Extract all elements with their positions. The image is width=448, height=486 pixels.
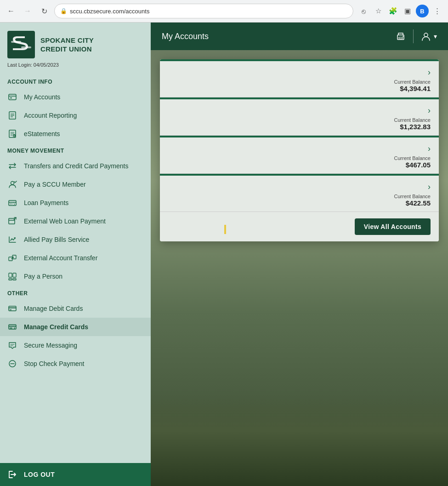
sidebar-item-pay-person-label: Pay a Person (24, 272, 62, 280)
menu-button[interactable]: ⋮ (431, 5, 443, 17)
forward-button[interactable]: → (21, 5, 34, 17)
sidebar-item-transfers-cc[interactable]: Transfers and Credit Card Payments (0, 157, 151, 175)
account-balance-section: › Current Balance $4,394.41 (394, 68, 431, 92)
address-bar[interactable]: 🔒 sccu.cbzsecure.com/accounts (54, 4, 353, 18)
account-row[interactable]: › Current Balance $1,232.83 (160, 97, 439, 136)
accounts-panel: › Current Balance $4,394.41 › C (160, 59, 439, 241)
sidebar-item-pay-person[interactable]: Pay a Person (0, 267, 151, 286)
pay-member-icon (7, 179, 17, 189)
header-divider (413, 29, 414, 43)
account-reporting-icon (7, 110, 17, 120)
balance-amount: $4,394.41 (400, 85, 431, 92)
profile-avatar[interactable]: B (416, 5, 429, 17)
print-icon[interactable] (396, 31, 406, 41)
logout-label: LOG OUT (24, 471, 55, 478)
account-row-inner: › Current Balance $1,232.83 (160, 99, 439, 135)
balance-amount: $1,232.83 (400, 123, 431, 131)
top-header: My Accounts ▾ (151, 23, 448, 50)
sidebar-item-estatements[interactable]: $ eStatements (0, 125, 151, 143)
share-button[interactable]: ⎋ (357, 5, 370, 17)
chevron-down-icon: ▾ (434, 33, 437, 40)
sidebar-item-pay-member-label: Pay a SCCU Member (24, 180, 86, 189)
svg-point-16 (11, 204, 12, 205)
sidebar-item-my-accounts-label: My Accounts (24, 93, 60, 101)
sidebar-item-loan-payments[interactable]: Loan Payments (0, 194, 151, 212)
loan-payments-icon (7, 198, 17, 208)
chevron-right-icon: › (428, 106, 431, 115)
svg-rect-32 (14, 328, 15, 329)
lock-icon: 🔒 (60, 8, 67, 14)
sidebar-item-allied-pay-label: Allied Pay Bills Service (24, 235, 89, 244)
sidebar-item-external-web-loan[interactable]: External Web Loan Payment (0, 212, 151, 230)
sidebar-item-account-reporting[interactable]: Account Reporting (0, 106, 151, 125)
browser-chrome: ← → ↻ 🔒 sccu.cbzsecure.com/accounts ⎋ ☆ … (0, 0, 448, 23)
sidebar-item-estatements-label: eStatements (24, 130, 60, 138)
sidebar-item-manage-credit[interactable]: Manage Credit Cards (0, 318, 151, 336)
svg-rect-28 (10, 309, 11, 310)
svg-rect-5 (10, 97, 12, 98)
sidebar-item-external-account-transfer[interactable]: External Account Transfer (0, 249, 151, 267)
chevron-right-icon: › (428, 68, 431, 77)
page-title: My Accounts (162, 32, 209, 41)
back-button[interactable]: ← (5, 5, 17, 17)
svg-rect-24 (13, 273, 16, 277)
svg-rect-23 (9, 279, 12, 280)
external-transfer-icon (7, 253, 17, 263)
user-menu[interactable]: ▾ (421, 31, 437, 41)
section-header-money-movement: MONEY MOVEMENT (0, 143, 151, 157)
logout-button[interactable]: LOG OUT (0, 463, 151, 486)
sidebar-item-external-web-loan-label: External Web Loan Payment (24, 217, 106, 225)
my-accounts-icon (7, 92, 17, 102)
account-row[interactable]: › Current Balance $467.05 (160, 136, 439, 174)
sidebar-item-secure-messaging[interactable]: Secure Messaging (0, 336, 151, 354)
manage-debit-icon (7, 303, 17, 314)
logout-icon (7, 469, 17, 480)
browser-toolbar: ← → ↻ 🔒 sccu.cbzsecure.com/accounts ⎋ ☆ … (0, 0, 448, 22)
sidebar-item-stop-check[interactable]: Stop Check Payment (0, 354, 151, 373)
pay-person-icon (7, 271, 17, 281)
address-text: sccu.cbzsecure.com/accounts (70, 8, 347, 15)
svg-rect-31 (10, 328, 12, 329)
svg-rect-3 (9, 94, 16, 100)
sidebar-item-external-transfer-label: External Account Transfer (24, 254, 97, 262)
svg-point-38 (424, 33, 428, 37)
sidebar-item-my-accounts[interactable]: My Accounts (0, 88, 151, 106)
sidebar-item-manage-debit[interactable]: Manage Debit Cards (0, 299, 151, 318)
bookmark-button[interactable]: ☆ (372, 5, 385, 17)
sidebar-item-account-reporting-label: Account Reporting (24, 111, 77, 120)
sidebar-item-loan-payments-label: Loan Payments (24, 199, 68, 207)
account-row[interactable]: › Current Balance $422.55 (160, 174, 439, 212)
balance-label: Current Balance (394, 194, 431, 199)
svg-rect-26 (9, 306, 16, 311)
svg-point-15 (10, 204, 11, 205)
logo-svg (7, 31, 35, 58)
background-rocks (151, 394, 448, 486)
svg-rect-25 (13, 279, 16, 280)
svg-point-13 (11, 182, 14, 185)
sidebar-item-pay-member[interactable]: Pay a SCCU Member (0, 175, 151, 194)
sidebar-item-secure-messaging-label: Secure Messaging (24, 341, 77, 349)
view-all-row: View All Accounts (160, 212, 439, 241)
sidebar-item-manage-credit-label: Manage Credit Cards (24, 323, 88, 331)
allied-pay-icon (7, 234, 17, 245)
sidebar-item-allied-pay[interactable]: Allied Pay Bills Service (0, 230, 151, 249)
svg-rect-22 (9, 273, 12, 277)
view-all-accounts-button[interactable]: View All Accounts (355, 218, 431, 235)
logo-text: Spokane City Credit Union (40, 36, 94, 54)
account-balance-section: › Current Balance $422.55 (394, 182, 431, 207)
transfers-icon (7, 161, 17, 171)
svg-rect-1 (11, 41, 21, 43)
reload-button[interactable]: ↻ (38, 5, 51, 17)
svg-rect-36 (399, 37, 403, 39)
last-login: Last Login: 04/05/2023 (0, 62, 151, 74)
manage-credit-icon (7, 322, 17, 332)
chevron-right-icon: › (428, 182, 431, 192)
balance-label: Current Balance (394, 79, 431, 85)
estatements-icon: $ (7, 129, 17, 139)
extensions-button[interactable]: 🧩 (386, 5, 399, 17)
stop-check-icon (7, 359, 17, 369)
window-button[interactable]: ▣ (401, 5, 414, 17)
svg-rect-17 (9, 218, 15, 224)
section-header-account-info: ACCOUNT INFO (0, 74, 151, 88)
account-row[interactable]: › Current Balance $4,394.41 (160, 59, 439, 97)
